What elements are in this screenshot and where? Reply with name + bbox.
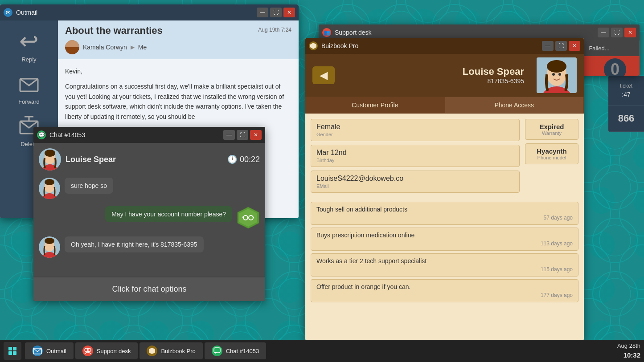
outmail-maximize-btn[interactable]: ⛶ — [270, 8, 282, 17]
chat-options-bar[interactable]: Click for chat options — [33, 277, 265, 301]
svg-point-15 — [547, 60, 566, 73]
side-panel-866[interactable]: 866 — [608, 106, 644, 132]
sender-avatar — [65, 40, 79, 54]
msg2-bubble: May I have your account number please? — [105, 206, 232, 222]
customer-phone: 817835-6395 — [342, 77, 524, 85]
note-1: Tough sell on additional products 57 day… — [311, 202, 578, 225]
msg1-bubble: sure hope so — [65, 178, 113, 194]
chat-title: Chat #14053 — [49, 131, 85, 138]
svg-rect-45 — [214, 348, 220, 353]
taskbar-support[interactable]: Support desk — [75, 342, 138, 359]
note-2-text: Buys prescription medication online — [316, 232, 573, 239]
chat-close-btn[interactable]: ✕ — [250, 130, 262, 140]
outmail-title: Outmail — [16, 9, 37, 16]
birthday-value: Mar 12nd — [316, 149, 514, 157]
taskbar-support-icon — [82, 346, 93, 356]
msg1-text: sure hope so — [71, 182, 107, 189]
support-title: Support desk — [335, 29, 372, 36]
svg-rect-40 — [13, 351, 16, 355]
note-3-text: Works as a tier 2 tech support specialis… — [316, 257, 573, 264]
buizbook-maximize-btn[interactable]: ⛶ — [555, 41, 567, 51]
email-field: LouiseS4222@dokoweb.co EMail — [311, 171, 520, 193]
email-date: Aug 19th 7:24 — [258, 25, 291, 33]
buizbook-back-btn[interactable]: ◀ — [312, 66, 335, 84]
chat-titlebar: 💬 Chat #14053 — ⛶ ✕ — [33, 127, 265, 143]
warranty-label: Warranty — [529, 130, 574, 136]
chat-options-label: Click for chat options — [112, 285, 186, 293]
chat-title-icon: 💬 — [37, 130, 46, 139]
chat-minimize-btn[interactable]: — — [223, 130, 235, 140]
buizbook-close-btn[interactable]: ✕ — [569, 41, 580, 51]
buizbook-tab-phone[interactable]: Phone Access — [445, 97, 584, 114]
email-body: Kevin, Congratulations on a successful f… — [58, 59, 299, 129]
clock-date: Aug 28th — [617, 342, 640, 350]
chat-header-row: Louise Spear 🕐 00:22 — [39, 148, 260, 171]
taskbar-buizbook-icon — [147, 346, 157, 356]
side-panel-47: :47 — [612, 91, 640, 98]
note-3: Works as a tier 2 tech support specialis… — [311, 253, 578, 277]
svg-rect-38 — [13, 347, 16, 350]
start-button[interactable] — [4, 342, 21, 360]
taskbar-outmail[interactable]: Outmail — [25, 342, 74, 359]
sender-arrow: ▶ — [131, 44, 135, 50]
taskbar-chat-icon — [212, 346, 222, 356]
buizbook-title-icon — [309, 41, 318, 50]
msg2-text: May I have your account number please? — [111, 211, 226, 218]
outmail-nav-forward[interactable]: Forward — [11, 70, 47, 105]
taskbar-chat-label: Chat #14053 — [226, 348, 259, 354]
forward-label: Forward — [18, 98, 40, 105]
buizbook-body: Female Gender Mar 12nd Birthday LouiseS4… — [305, 114, 584, 202]
side-panel-ticket[interactable]: ticket :47 — [608, 76, 644, 106]
taskbar-buizbook-label: Buizbook Pro — [161, 348, 195, 354]
side-panel: ticket :47 866 — [608, 76, 644, 132]
chat-window: 💬 Chat #14053 — ⛶ ✕ — [33, 127, 265, 301]
customer-avatar — [537, 57, 577, 93]
svg-line-31 — [242, 217, 243, 218]
taskbar-chat[interactable]: Chat #14053 — [205, 342, 266, 359]
buizbook-window-controls: — ⛶ ✕ — [542, 41, 580, 51]
svg-marker-44 — [149, 348, 155, 354]
clock-time: 10:32 — [617, 350, 640, 360]
chat-msg-2: May I have your account number please? — [39, 206, 260, 229]
sender-name: Kamala Corwyn — [83, 44, 127, 51]
svg-marker-11 — [310, 43, 316, 49]
taskbar-buizbook[interactable]: Buizbook Pro — [139, 342, 202, 359]
note-1-time: 57 days ago — [316, 215, 573, 221]
svg-point-36 — [45, 238, 54, 244]
support-minimize-btn[interactable]: — — [598, 28, 609, 37]
note-2: Buys prescription medication online 113 … — [311, 228, 578, 251]
buizbook-minimize-btn[interactable]: — — [542, 41, 554, 51]
buizbook-tab-profile[interactable]: Customer Profile — [305, 97, 445, 114]
note-2-time: 113 days ago — [316, 240, 573, 247]
svg-point-21 — [45, 150, 55, 157]
note-1-text: Tough sell on additional products — [316, 206, 573, 213]
svg-point-16 — [552, 73, 555, 76]
support-close-btn[interactable]: ✕ — [624, 28, 636, 37]
buizbook-fields: Female Gender Mar 12nd Birthday LouiseS4… — [311, 119, 520, 196]
outmail-nav-reply[interactable]: ↩ Reply — [11, 28, 47, 63]
chat-customer-name: Louise Spear — [66, 155, 116, 164]
support-title-icon: 👥 — [322, 28, 331, 37]
chat-window-controls: — ⛶ ✕ — [223, 130, 262, 140]
birthday-field: Mar 12nd Birthday — [311, 145, 520, 167]
msg1-avatar — [39, 178, 60, 199]
gender-value: Female — [316, 123, 514, 131]
back-arrow-icon: ◀ — [320, 69, 328, 81]
buizbook-header: ◀ Louise Spear 817835-6395 — [305, 54, 584, 97]
buizbook-window: Buizbook Pro — ⛶ ✕ ◀ Louise Spear 817835… — [305, 38, 584, 341]
buizbook-customer-info: Louise Spear 817835-6395 — [342, 66, 529, 85]
chat-msg-3: Oh yeah, I have it right here, it's 8178… — [39, 236, 260, 258]
support-window-controls: — ⛶ ✕ — [598, 28, 636, 37]
buizbook-badges: Expired Warranty Hyacynth Phone model — [525, 119, 578, 196]
svg-point-25 — [45, 179, 54, 185]
svg-point-43 — [87, 348, 91, 352]
phone-model-value: Hyacynth — [529, 147, 574, 155]
taskbar: Outmail Support desk Buizbook Pro Chat #… — [0, 340, 644, 362]
chat-maximize-btn[interactable]: ⛶ — [237, 130, 248, 140]
outmail-close-btn[interactable]: ✕ — [283, 8, 295, 17]
support-badge-num: 0 — [611, 60, 619, 76]
forward-icon — [16, 70, 42, 97]
msg3-bubble: Oh yeah, I have it right here, it's 8178… — [65, 236, 204, 252]
outmail-minimize-btn[interactable]: — — [257, 8, 268, 17]
support-maximize-btn[interactable]: ⛶ — [611, 28, 623, 37]
